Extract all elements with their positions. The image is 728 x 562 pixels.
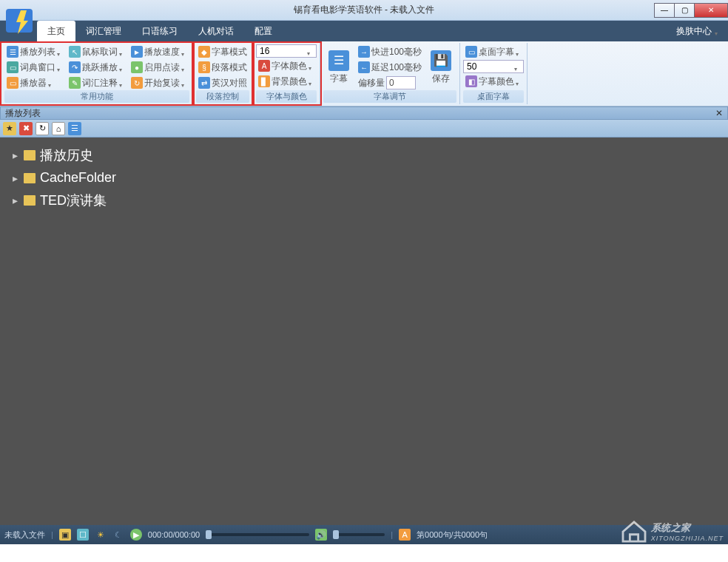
forward-icon: →: [358, 46, 370, 58]
playlist-button[interactable]: ☰播放列表: [4, 44, 65, 59]
group-subtitle-adjust: ☰ 字幕 →快进100毫秒 ←延迟100毫秒 偏移量 0 💾 保存 字幕调节: [320, 43, 460, 104]
bg-color-button[interactable]: ▊背景颜色: [256, 74, 317, 89]
tab-speaking[interactable]: 口语练习: [132, 21, 188, 41]
subtitle-color-button[interactable]: ◧字幕颜色: [463, 74, 524, 89]
subtitle-big-button[interactable]: ☰ 字幕: [323, 44, 354, 90]
tab-dialog[interactable]: 人机对话: [188, 21, 244, 41]
font-size-select[interactable]: 16: [256, 44, 317, 58]
desktop-value-select[interactable]: 50: [463, 60, 524, 73]
player-button[interactable]: ▭播放器: [4, 75, 65, 90]
chat-icon[interactable]: ☐: [77, 529, 89, 541]
subtitle-icon: ☰: [328, 50, 349, 71]
skin-center-button[interactable]: 换肤中心: [669, 21, 728, 41]
minimize-button[interactable]: —: [654, 3, 675, 18]
back-icon: ←: [358, 61, 370, 73]
diamond-icon: ◆: [198, 46, 210, 58]
panel-title-text: 播放列表: [5, 107, 41, 120]
mouse-word-button[interactable]: ↖鼠标取词: [67, 44, 127, 59]
sentence-icon: A: [399, 529, 411, 541]
para-icon: §: [198, 61, 210, 73]
tab-home[interactable]: 主页: [37, 21, 75, 41]
playlist-toolbar: ★ ✖ ↻ ⌂ ☰: [0, 120, 728, 138]
group-common: ☰播放列表 ▭词典窗口 ▭播放器 ↖鼠标取词 ↷跳跃播放 ✎词汇注释 ►播放速度…: [1, 43, 193, 104]
play-icon[interactable]: ▶: [130, 529, 142, 541]
house-icon: [620, 521, 648, 543]
cursor-icon: ↖: [69, 46, 81, 58]
open-folder-icon[interactable]: ▣: [59, 529, 71, 541]
repeat-icon: ↻: [131, 77, 143, 89]
tree-item-cache[interactable]: ▸ CacheFolder: [10, 167, 718, 189]
statusbar: 未载入文件 | ▣ ☐ ☀ ☾ ▶ 000:00/000:00 🔊 | A 第0…: [0, 525, 728, 544]
group-common-label: 常用功能: [4, 90, 189, 103]
font-color-button[interactable]: A字体颜色: [256, 58, 317, 73]
menubar: 主页 词汇管理 口语练习 人机对话 配置 换肤中心: [0, 21, 728, 41]
folder-icon: [24, 173, 36, 183]
player-icon: ▭: [7, 77, 18, 89]
close-button[interactable]: ✕: [694, 3, 728, 18]
ribbon: ☰播放列表 ▭词典窗口 ▭播放器 ↖鼠标取词 ↷跳跃播放 ✎词汇注释 ►播放速度…: [0, 41, 728, 106]
bilingual-button[interactable]: ⇄英汉对照: [196, 75, 249, 90]
text-color-icon: A: [258, 60, 270, 72]
fill-icon: ▊: [258, 75, 270, 87]
expand-icon[interactable]: ▸: [10, 194, 19, 206]
vocab-annot-button[interactable]: ✎词汇注释: [67, 75, 127, 90]
repeat-read-button[interactable]: ↻开始复读: [129, 75, 189, 90]
pointer-icon: ●: [131, 61, 143, 73]
delete-icon[interactable]: ✖: [19, 122, 33, 135]
tree-item-history[interactable]: ▸ 播放历史: [10, 143, 718, 167]
group-paragraph: ◆字幕模式 §段落模式 ⇄英汉对照 段落控制: [193, 43, 253, 104]
monitor-icon: ▭: [465, 46, 477, 58]
list-view-icon[interactable]: ☰: [68, 122, 81, 135]
skip-icon: ↷: [69, 61, 81, 73]
compare-icon: ⇄: [198, 77, 210, 89]
save-icon: 💾: [431, 50, 451, 71]
watermark: 系统之家 XITONGZHIJIA.NET: [620, 521, 724, 543]
paragraph-mode-button[interactable]: §段落模式: [196, 60, 249, 75]
playlist-panel-title: 播放列表 ✕: [0, 106, 728, 120]
expand-icon[interactable]: ▸: [10, 172, 19, 184]
group-desktop-subtitle: ▭桌面字幕 50 ◧字幕颜色 桌面字幕: [460, 43, 528, 104]
volume-slider[interactable]: [333, 533, 385, 536]
titlebar: 锡育看电影学英语软件 - 未载入文件 — ▢ ✕: [0, 0, 728, 21]
tree-label: 播放历史: [40, 146, 93, 164]
home-icon[interactable]: ⌂: [52, 122, 65, 135]
progress-slider[interactable]: [206, 533, 309, 536]
maximize-button[interactable]: ▢: [674, 3, 695, 18]
offset-label: 偏移量: [358, 77, 385, 89]
speed-icon: ►: [131, 46, 143, 58]
group-font-color: 16 A字体颜色 ▊背景颜色 字体与颜色: [253, 43, 320, 104]
expand-icon[interactable]: ▸: [10, 149, 19, 161]
tab-config[interactable]: 配置: [244, 21, 283, 41]
group-paragraph-label: 段落控制: [196, 90, 249, 103]
dictionary-button[interactable]: ▭词典窗口: [4, 60, 65, 75]
subtitle-mode-button[interactable]: ◆字幕模式: [196, 44, 249, 59]
folder-icon: [24, 195, 36, 206]
time-display: 000:00/000:00: [148, 530, 200, 539]
skip-play-button[interactable]: ↷跳跃播放: [67, 60, 127, 75]
speed-button[interactable]: ►播放速度: [129, 44, 189, 59]
note-icon: ✎: [69, 77, 81, 89]
volume-icon[interactable]: 🔊: [315, 529, 327, 541]
delay-100ms-button[interactable]: ←延迟100毫秒: [356, 60, 424, 75]
moon-icon[interactable]: ☾: [112, 529, 124, 541]
forward-100ms-button[interactable]: →快进100毫秒: [356, 44, 424, 59]
offset-row: 偏移量 0: [356, 75, 424, 90]
group-desktop-label: 桌面字幕: [463, 90, 524, 103]
offset-input[interactable]: 0: [386, 76, 416, 89]
refresh-icon[interactable]: ↻: [36, 122, 49, 135]
tab-vocab[interactable]: 词汇管理: [75, 21, 132, 41]
app-logo-icon: [4, 6, 34, 35]
save-subtitle-button[interactable]: 💾 保存: [425, 44, 456, 90]
new-icon[interactable]: ★: [3, 122, 16, 135]
window-title: 锡育看电影学英语软件 - 未载入文件: [294, 4, 435, 16]
color-icon: ◧: [465, 75, 477, 87]
group-subadj-label: 字幕调节: [323, 90, 456, 103]
desktop-subtitle-button[interactable]: ▭桌面字幕: [463, 44, 524, 59]
playlist-tree: ▸ 播放历史 ▸ CacheFolder ▸ TED演讲集: [0, 138, 728, 525]
sun-icon[interactable]: ☀: [95, 529, 107, 541]
tree-label: TED演讲集: [40, 192, 107, 209]
click-read-button[interactable]: ●启用点读: [129, 60, 189, 75]
panel-close-button[interactable]: ✕: [715, 108, 723, 118]
tree-label: CacheFolder: [40, 170, 116, 186]
tree-item-ted[interactable]: ▸ TED演讲集: [10, 189, 718, 212]
